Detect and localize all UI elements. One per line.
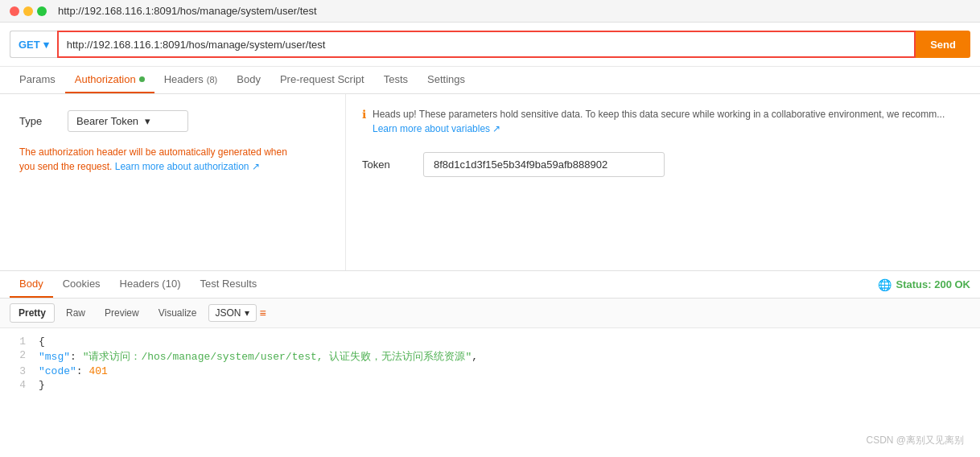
type-value: Bearer Token	[76, 115, 138, 127]
format-preview-button[interactable]: Preview	[97, 304, 147, 322]
request-bar: GET ▾ Send	[0, 23, 980, 67]
tab-prerequest-label: Pre-request Script	[280, 73, 364, 85]
response-body-code: 1 { 2 "msg": "请求访问：/hos/manage/system/us…	[0, 328, 980, 398]
token-input[interactable]	[423, 152, 665, 177]
auth-info: The authorization header will be automat…	[19, 145, 326, 174]
tab-settings[interactable]: Settings	[418, 67, 475, 93]
code-content: "code": 401	[39, 365, 108, 377]
url-input[interactable]	[57, 31, 916, 58]
window-controls	[10, 6, 47, 16]
code-line-2: 2 "msg": "请求访问：/hos/manage/system/user/t…	[0, 348, 980, 364]
content-area: Type Bearer Token ▾ The authorization he…	[0, 94, 980, 271]
auth-info-link[interactable]: Learn more about authorization ↗	[115, 161, 260, 172]
tab-params-label: Params	[19, 73, 56, 85]
response-tabs: Body Cookies Headers (10) Test Results	[10, 271, 266, 298]
code-content: {	[39, 336, 45, 348]
json-format-select[interactable]: JSON ▾	[208, 304, 257, 322]
auth-right-panel: ℹ Heads up! These parameters hold sensit…	[346, 94, 980, 270]
request-tabs: Params Authorization Headers (8) Body Pr…	[0, 67, 980, 94]
btab-headers[interactable]: Headers (10)	[110, 271, 191, 298]
btab-testresults[interactable]: Test Results	[190, 271, 266, 298]
line-number: 2	[10, 349, 26, 364]
btab-cookies-label: Cookies	[63, 278, 101, 290]
tab-body[interactable]: Body	[227, 67, 270, 93]
authorization-dot-icon	[139, 76, 145, 82]
method-chevron-icon: ▾	[43, 39, 49, 51]
btab-cookies[interactable]: Cookies	[53, 271, 110, 298]
close-dot	[10, 6, 19, 16]
info-icon: ℹ	[362, 108, 366, 121]
code-content: }	[39, 379, 45, 391]
token-label: Token	[362, 159, 410, 171]
response-tabs-bar: Body Cookies Headers (10) Test Results 🌐…	[0, 271, 980, 298]
tab-body-label: Body	[237, 73, 261, 85]
notice-link[interactable]: Learn more about variables ↗	[373, 123, 500, 134]
tab-headers[interactable]: Headers (8)	[154, 67, 228, 93]
line-number: 4	[10, 379, 26, 391]
auth-left-panel: Type Bearer Token ▾ The authorization he…	[0, 94, 346, 270]
line-number: 1	[10, 336, 26, 348]
tab-settings-label: Settings	[427, 73, 465, 85]
notice-box: ℹ Heads up! These parameters hold sensit…	[362, 107, 964, 136]
tab-params[interactable]: Params	[10, 67, 65, 93]
tab-headers-label: Headers	[164, 73, 204, 85]
status-text: Status: 200 OK	[896, 278, 970, 290]
format-bar: Pretty Raw Preview Visualize JSON ▾ ≡	[0, 298, 980, 328]
type-select[interactable]: Bearer Token ▾	[68, 110, 188, 132]
tab-headers-badge: (8)	[207, 75, 217, 84]
code-line-4: 4 }	[0, 378, 980, 392]
btab-body[interactable]: Body	[10, 271, 53, 298]
title-bar: http://192.168.116.1:8091/hos/manage/sys…	[0, 0, 980, 23]
btab-testresults-label: Test Results	[200, 278, 257, 290]
tab-authorization-label: Authorization	[75, 73, 136, 85]
bottom-section: Body Cookies Headers (10) Test Results 🌐…	[0, 271, 980, 398]
code-line-3: 3 "code": 401	[0, 364, 980, 378]
code-content: "msg": "请求访问：/hos/manage/system/user/tes…	[39, 349, 478, 364]
notice-body: Heads up! These parameters hold sensitiv…	[373, 109, 945, 120]
window-title: http://192.168.116.1:8091/hos/manage/sys…	[58, 5, 317, 17]
tab-authorization[interactable]: Authorization	[65, 67, 154, 93]
format-pretty-button[interactable]: Pretty	[10, 303, 55, 323]
btab-headers-label: Headers (10)	[120, 278, 181, 290]
maximize-dot	[37, 6, 47, 16]
json-chevron-icon: ▾	[245, 307, 249, 319]
minimize-dot	[23, 6, 33, 16]
filter-icon[interactable]: ≡	[260, 307, 266, 319]
globe-icon: 🌐	[878, 278, 891, 291]
token-row: Token	[362, 152, 964, 177]
btab-body-label: Body	[19, 278, 43, 290]
status-badge: 🌐 Status: 200 OK	[878, 278, 970, 291]
method-value: GET	[19, 39, 40, 51]
format-visualize-button[interactable]: Visualize	[150, 304, 205, 322]
json-label: JSON	[216, 307, 241, 319]
type-chevron-icon: ▾	[145, 115, 150, 127]
type-label: Type	[19, 115, 68, 127]
line-number: 3	[10, 365, 26, 377]
type-row: Type Bearer Token ▾	[19, 110, 326, 132]
notice-text: Heads up! These parameters hold sensitiv…	[373, 107, 945, 136]
code-line-1: 1 {	[0, 335, 980, 348]
send-button[interactable]: Send	[916, 31, 970, 58]
method-select[interactable]: GET ▾	[10, 31, 57, 58]
tab-tests-label: Tests	[384, 73, 408, 85]
tab-tests[interactable]: Tests	[374, 67, 418, 93]
format-raw-button[interactable]: Raw	[58, 304, 93, 322]
tab-prerequest[interactable]: Pre-request Script	[270, 67, 374, 93]
